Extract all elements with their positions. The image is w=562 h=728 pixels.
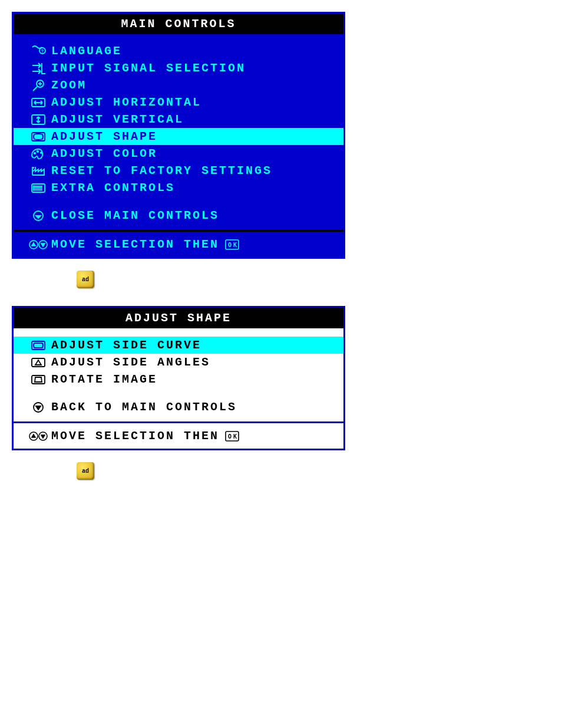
menu-label: ADJUST HORIZONTAL bbox=[51, 95, 201, 109]
shape-icon bbox=[25, 130, 51, 143]
color-icon bbox=[25, 147, 51, 160]
footer-text: MOVE SELECTION THEN bbox=[51, 429, 219, 443]
rotate-icon bbox=[25, 373, 51, 386]
vertical-icon bbox=[25, 113, 51, 126]
adjust-shape-body: ADJUST SIDE CURVE ADJUST SIDE ANGLES ROT… bbox=[14, 328, 343, 421]
menu-item-adjust-color[interactable]: ADJUST COLOR bbox=[14, 145, 343, 162]
side-curve-icon bbox=[25, 339, 51, 352]
ok-icon: OK bbox=[225, 431, 239, 442]
svg-point-11 bbox=[34, 187, 34, 188]
menu-item-side-curve[interactable]: ADJUST SIDE CURVE bbox=[14, 337, 343, 354]
side-angles-icon bbox=[25, 356, 51, 369]
menu-label: LANGUAGE bbox=[51, 44, 122, 58]
menu-item-back[interactable]: BACK TO MAIN CONTROLS bbox=[14, 398, 343, 416]
menu-label: BACK TO MAIN CONTROLS bbox=[51, 400, 237, 414]
svg-rect-20 bbox=[32, 375, 45, 384]
menu-item-zoom[interactable]: ZOOM bbox=[14, 77, 343, 94]
menu-label: ZOOM bbox=[51, 78, 87, 92]
ok-button-label: ad bbox=[82, 276, 89, 283]
menu-label: INPUT SIGNAL SELECTION bbox=[51, 61, 246, 75]
adjust-shape-title: ADJUST SHAPE bbox=[14, 308, 343, 328]
language-icon: ? bbox=[25, 45, 51, 58]
up-down-icon bbox=[25, 238, 51, 251]
ok-button-label: ad bbox=[82, 468, 89, 475]
menu-label: ADJUST SIDE ANGLES bbox=[51, 355, 210, 369]
menu-label: ADJUST SHAPE bbox=[51, 130, 157, 143]
input-signal-icon bbox=[25, 62, 51, 75]
adjust-shape-footer: MOVE SELECTION THEN OK bbox=[14, 421, 343, 449]
menu-item-adjust-horizontal[interactable]: ADJUST HORIZONTAL bbox=[14, 94, 343, 111]
svg-text:OK: OK bbox=[228, 242, 239, 248]
menu-label: RESET TO FACTORY SETTINGS bbox=[51, 164, 272, 177]
menu-label: ADJUST COLOR bbox=[51, 147, 157, 160]
svg-point-12 bbox=[34, 189, 34, 190]
extra-controls-icon bbox=[25, 182, 51, 195]
menu-label: ADJUST VERTICAL bbox=[51, 113, 184, 126]
svg-point-6 bbox=[34, 152, 35, 153]
factory-icon bbox=[25, 164, 51, 177]
menu-item-side-angles[interactable]: ADJUST SIDE ANGLES bbox=[14, 354, 343, 371]
menu-item-rotate-image[interactable]: ROTATE IMAGE bbox=[14, 371, 343, 388]
main-controls-body: ? LANGUAGE INPUT SIGNAL SELECTION ZOOM A… bbox=[14, 34, 343, 230]
back-down-icon bbox=[25, 401, 51, 414]
menu-item-close[interactable]: CLOSE MAIN CONTROLS bbox=[14, 207, 343, 224]
spacer bbox=[14, 196, 343, 207]
svg-point-10 bbox=[34, 186, 34, 186]
up-down-icon bbox=[25, 430, 51, 443]
menu-label: ROTATE IMAGE bbox=[51, 373, 157, 386]
main-controls-footer: MOVE SELECTION THEN OK bbox=[14, 230, 343, 257]
close-down-icon bbox=[25, 209, 51, 222]
svg-text:?: ? bbox=[41, 48, 46, 54]
menu-label: ADJUST SIDE CURVE bbox=[51, 338, 201, 352]
main-controls-title: MAIN CONTROLS bbox=[14, 14, 343, 34]
horizontal-icon bbox=[25, 96, 51, 109]
svg-text:OK: OK bbox=[228, 433, 239, 440]
menu-item-adjust-vertical[interactable]: ADJUST VERTICAL bbox=[14, 111, 343, 128]
menu-label: CLOSE MAIN CONTROLS bbox=[51, 209, 219, 222]
menu-item-language[interactable]: ? LANGUAGE bbox=[14, 42, 343, 60]
main-controls-panel: MAIN CONTROLS ? LANGUAGE INPUT SIGNAL SE… bbox=[12, 12, 345, 259]
menu-item-adjust-shape[interactable]: ADJUST SHAPE bbox=[14, 128, 343, 145]
zoom-icon bbox=[25, 79, 51, 92]
spacer bbox=[14, 388, 343, 398]
svg-point-7 bbox=[37, 150, 38, 151]
footer-text: MOVE SELECTION THEN bbox=[51, 238, 219, 251]
adjust-shape-panel: ADJUST SHAPE ADJUST SIDE CURVE ADJUST SI… bbox=[12, 306, 345, 450]
menu-item-reset-factory[interactable]: RESET TO FACTORY SETTINGS bbox=[14, 162, 343, 179]
ok-icon: OK bbox=[225, 239, 239, 250]
svg-point-8 bbox=[41, 151, 42, 153]
ok-button[interactable]: ad bbox=[77, 271, 94, 288]
ok-button[interactable]: ad bbox=[77, 462, 94, 480]
menu-label: EXTRA CONTROLS bbox=[51, 181, 175, 195]
menu-item-extra-controls[interactable]: EXTRA CONTROLS bbox=[14, 179, 343, 196]
menu-item-input-signal[interactable]: INPUT SIGNAL SELECTION bbox=[14, 60, 343, 77]
